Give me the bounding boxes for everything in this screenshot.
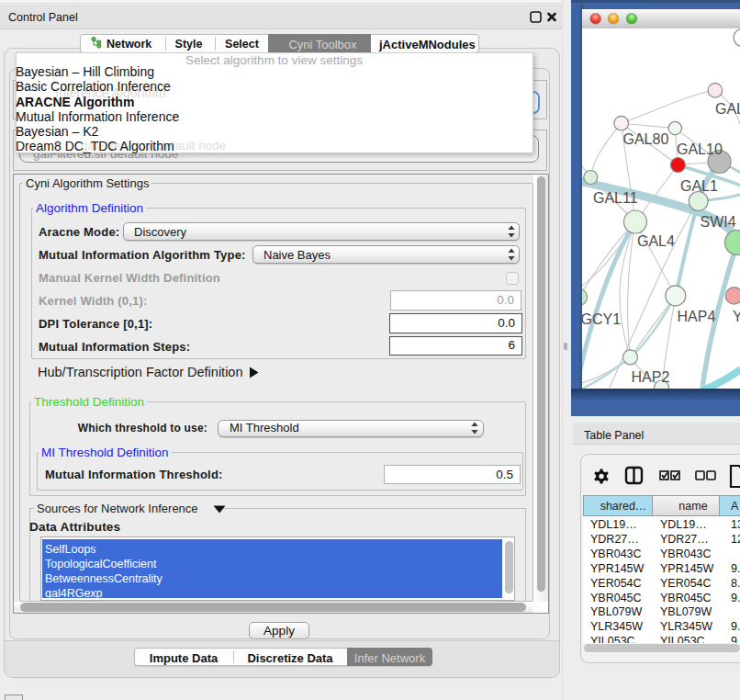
svg-text:HAP2: HAP2	[632, 369, 670, 385]
svg-text:GAL: GAL	[715, 101, 740, 117]
svg-text:Y: Y	[733, 309, 740, 324]
svg-text:SWI4: SWI4	[701, 214, 736, 230]
svg-text:GCY1: GCY1	[582, 311, 621, 327]
svg-text:HAP4: HAP4	[678, 309, 716, 324]
svg-text:GAL1: GAL1	[680, 178, 718, 194]
svg-text:GAL10: GAL10	[677, 141, 723, 157]
svg-text:GAL11: GAL11	[593, 190, 638, 206]
svg-text:GAL4: GAL4	[637, 233, 675, 249]
svg-text:GAL80: GAL80	[623, 131, 669, 147]
